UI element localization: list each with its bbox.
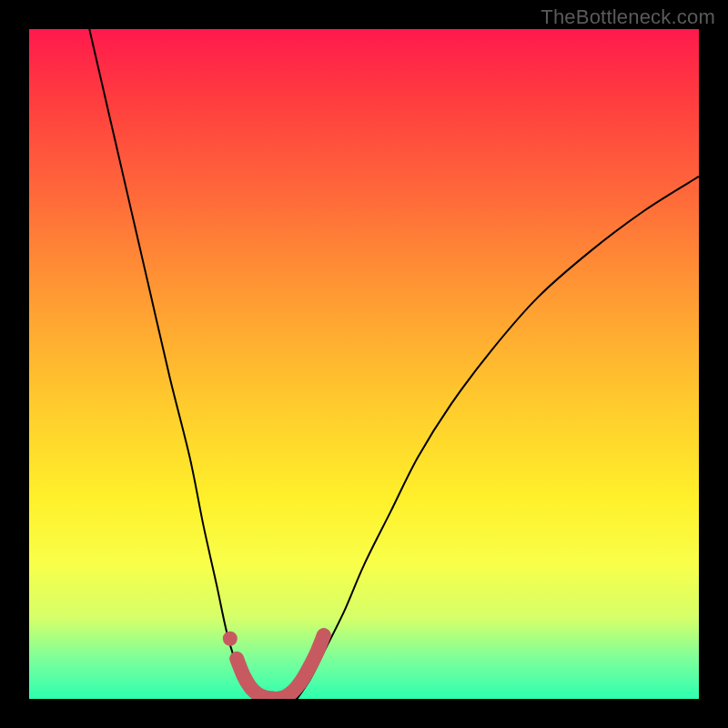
chart-frame: TheBottleneck.com	[0, 0, 728, 728]
watermark-text: TheBottleneck.com	[541, 5, 715, 29]
curve-left-arm	[89, 29, 257, 699]
highlight-right	[277, 635, 324, 699]
chart-plot-area	[29, 29, 699, 699]
chart-svg	[29, 29, 699, 699]
highlight-dot	[223, 632, 238, 646]
curve-right-arm	[297, 177, 699, 699]
highlight-left	[237, 659, 277, 699]
